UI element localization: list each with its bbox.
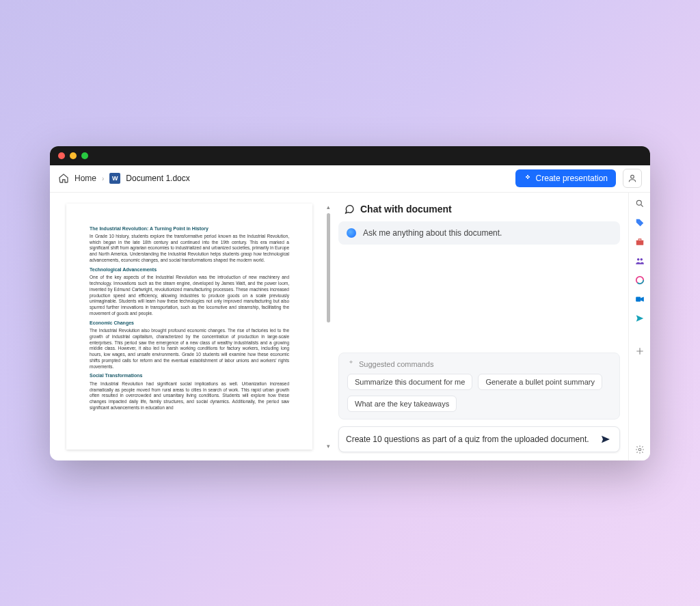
suggestion-pill[interactable]: Generate a bullet point summary (478, 374, 602, 390)
document-preview-pane: The Industrial Revolution: A Turning Poi… (50, 193, 323, 460)
window-titlebar (50, 146, 650, 165)
scroll-track[interactable] (327, 213, 330, 440)
doc-title: The Industrial Revolution: A Turning Poi… (90, 225, 289, 232)
document-page: The Industrial Revolution: A Turning Poi… (66, 204, 312, 450)
outlook-icon[interactable] (634, 294, 645, 305)
suggestion-pill[interactable]: Summarize this document for me (347, 374, 472, 390)
plus-icon[interactable] (634, 346, 645, 357)
svg-rect-2 (636, 240, 643, 245)
chat-title: Chat with document (360, 204, 452, 215)
doc-heading: Economic Changes (90, 320, 289, 326)
person-icon (628, 174, 637, 183)
wand-icon (347, 360, 355, 368)
suggestion-pill[interactable]: What are the key takeaways (347, 396, 457, 412)
top-toolbar: Home › W Document 1.docx Create presenta… (50, 165, 650, 193)
scroll-up-icon[interactable]: ▴ (327, 204, 330, 210)
suggestions-label-text: Suggested commands (359, 360, 433, 368)
scroll-down-icon[interactable]: ▾ (327, 443, 330, 450)
traffic-light-zoom[interactable] (81, 152, 88, 159)
create-presentation-label: Create presentation (536, 174, 608, 183)
suggested-commands-card: Suggested commands Summarize this docume… (338, 353, 620, 419)
chat-header: Chat with document (338, 204, 620, 215)
chat-composer (338, 426, 620, 452)
user-avatar-button[interactable] (623, 169, 642, 188)
svg-rect-7 (636, 297, 641, 301)
traffic-light-close[interactable] (58, 152, 65, 159)
sparkle-icon (524, 174, 532, 182)
copilot-icon[interactable] (634, 275, 645, 286)
create-presentation-button[interactable]: Create presentation (515, 169, 616, 187)
assistant-avatar-icon (347, 228, 356, 238)
suggested-commands-label: Suggested commands (347, 360, 611, 368)
settings-icon[interactable] (634, 444, 645, 455)
send-button[interactable] (599, 432, 612, 446)
search-icon[interactable] (634, 198, 645, 209)
svg-point-1 (636, 200, 641, 205)
doc-para: One of the key aspects of the Industrial… (90, 275, 289, 316)
doc-heading: Social Transformations (90, 372, 289, 378)
breadcrumb: Home › W Document 1.docx (58, 173, 509, 184)
doc-heading: Technological Advancements (90, 266, 289, 273)
doc-para: The Industrial Revolution also brought p… (90, 328, 289, 370)
briefcase-icon[interactable] (634, 236, 645, 247)
traffic-light-minimize[interactable] (70, 152, 77, 159)
svg-point-4 (640, 258, 643, 260)
home-icon[interactable] (58, 173, 69, 184)
chat-input[interactable] (346, 435, 593, 444)
suggestion-pill-row: Summarize this document for me Generate … (347, 374, 611, 412)
scroll-thumb[interactable] (327, 213, 330, 322)
send-icon (600, 434, 611, 445)
tag-icon[interactable] (634, 217, 645, 228)
chevron-right-icon: › (102, 175, 104, 182)
breadcrumb-home[interactable]: Home (75, 174, 96, 183)
svg-point-0 (631, 175, 634, 178)
doc-para: In Grade 10 history, students explore th… (90, 234, 289, 264)
right-app-rail (628, 193, 650, 460)
svg-point-3 (636, 258, 639, 260)
main-body: The Industrial Revolution: A Turning Poi… (50, 193, 650, 460)
chat-icon (344, 204, 355, 215)
breadcrumb-filename: Document 1.docx (126, 174, 189, 183)
chat-greeting-text: Ask me anything about this document. (363, 228, 502, 238)
doc-scrollbar[interactable]: ▴ ▾ (323, 193, 333, 460)
chat-pane: Chat with document Ask me anything about… (333, 193, 628, 460)
doc-para: The Industrial Revolution had significan… (90, 381, 289, 411)
send-app-icon[interactable] (634, 313, 645, 324)
chat-greeting-card: Ask me anything about this document. (338, 221, 620, 245)
svg-point-8 (638, 448, 641, 451)
word-file-icon: W (109, 173, 120, 184)
people-icon[interactable] (634, 256, 645, 266)
app-window: Home › W Document 1.docx Create presenta… (50, 146, 650, 460)
